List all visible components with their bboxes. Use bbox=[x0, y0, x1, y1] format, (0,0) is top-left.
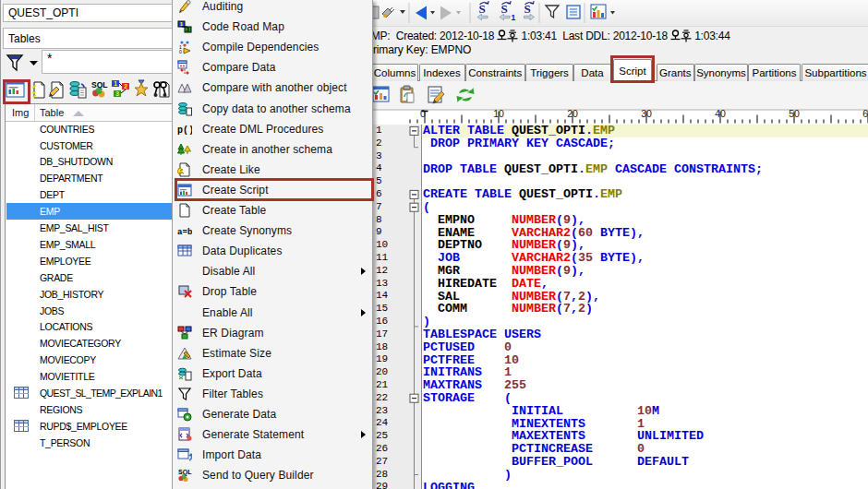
svg-text:1: 1 bbox=[114, 80, 117, 87]
svg-text:0: 0 bbox=[179, 49, 182, 54]
svg-text:0: 0 bbox=[420, 108, 426, 119]
svg-text:p(): p() bbox=[177, 125, 192, 136]
svg-text:2: 2 bbox=[124, 83, 127, 89]
svg-text:10: 10 bbox=[493, 108, 504, 119]
svg-text:60: 60 bbox=[862, 108, 868, 119]
svg-text:3: 3 bbox=[187, 27, 190, 32]
svg-text:50: 50 bbox=[789, 108, 800, 119]
svg-text:30: 30 bbox=[641, 108, 652, 119]
svg-text:3: 3 bbox=[115, 90, 119, 97]
svg-text:20: 20 bbox=[567, 108, 578, 119]
svg-text:40: 40 bbox=[715, 108, 726, 119]
svg-text:1: 1 bbox=[180, 21, 184, 27]
svg-text:a=b: a=b bbox=[177, 228, 192, 237]
